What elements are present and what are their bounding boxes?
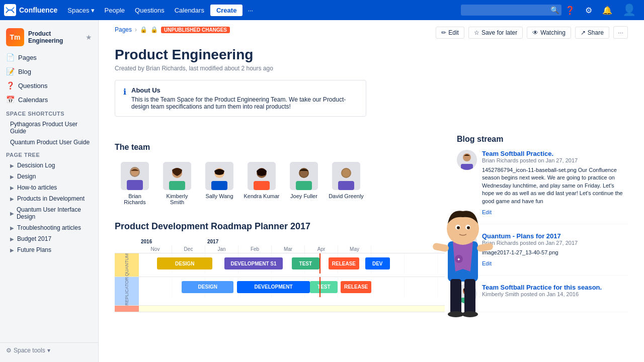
svg-rect-6 xyxy=(169,181,185,190)
tree-label: Budget 2017 xyxy=(17,235,51,242)
team-name-sally: Sally Wang xyxy=(205,193,233,199)
team-member-sally[interactable]: Sally Wang xyxy=(199,158,239,209)
tree-label: Troubleshooting articles xyxy=(17,224,81,231)
gantt-bar-release-r: RELEASE xyxy=(341,281,371,293)
blog-stream: Blog stream Team Softball Practice. xyxy=(457,135,628,320)
blog-title-1[interactable]: Team Softball Practice. xyxy=(482,150,628,157)
space-avatar: Tm xyxy=(6,28,24,46)
tree-item-design[interactable]: ▶ Design xyxy=(0,171,98,182)
today-marker xyxy=(319,253,320,274)
blog-title-3[interactable]: Team Softball Practice for this season. xyxy=(482,284,628,291)
logo-text: Confluence xyxy=(19,6,57,14)
tree-item-decision-log[interactable]: ▶ Descision Log xyxy=(0,160,98,171)
breadcrumb-separator: › xyxy=(135,26,137,33)
team-member-joey[interactable]: Joey Fuller xyxy=(284,158,324,209)
notifications-icon[interactable]: 🔔 xyxy=(598,4,616,17)
tree-arrow-icon: ▶ xyxy=(10,236,15,242)
spaces-nav-button[interactable]: Spaces ▾ xyxy=(63,5,98,16)
replicator-row-label: Replicator xyxy=(124,277,129,306)
gantt-bar-design-r: DESIGN xyxy=(182,281,233,293)
share-button[interactable]: ↗ Share xyxy=(575,27,609,39)
tree-item-troubleshooting[interactable]: ▶ Troubleshooting articles xyxy=(0,222,98,233)
tree-label: How-to articles xyxy=(17,184,57,191)
team-member-david[interactable]: David Greenly xyxy=(326,158,366,209)
breadcrumb: Pages › 🔒 🔒 UNPUBLISHED CHANGES xyxy=(115,20,230,37)
calendars-nav-button[interactable]: Calendars xyxy=(171,5,208,16)
tree-item-budget[interactable]: ▶ Budget 2017 xyxy=(0,233,98,244)
tree-arrow-icon: ▶ xyxy=(10,196,15,202)
user-avatar[interactable]: 👤 xyxy=(618,2,640,19)
team-avatar-kimberly xyxy=(163,162,191,190)
tree-label: Quantum User Interface Design xyxy=(17,206,92,220)
main-content: Pages › 🔒 🔒 UNPUBLISHED CHANGES ✏ Edit ☆… xyxy=(99,20,644,362)
tree-item-future[interactable]: ▶ Future Plans xyxy=(0,244,98,255)
save-for-later-button[interactable]: ☆ Save for later xyxy=(468,27,523,39)
watching-button[interactable]: 👁 Watching xyxy=(527,27,571,39)
sidebar-item-pages-label: Pages xyxy=(18,54,37,61)
blog-edit-1[interactable]: Edit xyxy=(482,209,492,215)
more-nav-button[interactable]: ··· xyxy=(245,5,256,16)
blog-edit-2[interactable]: Edit xyxy=(482,260,492,266)
team-member-kendra[interactable]: Kendra Kumar xyxy=(242,158,282,209)
blog-meta-1: Brian Richards posted on Jan 27, 2017 xyxy=(482,157,628,163)
tree-arrow-icon: ▶ xyxy=(10,163,15,168)
tree-arrow-icon: ▶ xyxy=(10,174,15,179)
svg-rect-23 xyxy=(461,164,473,170)
space-star-icon[interactable]: ★ xyxy=(86,33,92,41)
tree-label: Design xyxy=(17,173,36,180)
shortcut-pythagoras[interactable]: Pythagoras Product User Guide xyxy=(0,119,98,137)
logo-icon xyxy=(4,4,16,16)
blog-title-2[interactable]: Quantum - Plans for 2017 xyxy=(482,232,628,240)
shortcuts-header: SPACE SHORTCUTS xyxy=(0,107,98,119)
search-input[interactable] xyxy=(461,5,561,16)
breadcrumb-lock-icon: 🔒 xyxy=(140,26,147,33)
month-jan: Jan xyxy=(205,245,238,253)
calendars-icon: 📅 xyxy=(6,96,14,104)
more-actions-button[interactable]: ··· xyxy=(613,26,628,39)
team-member-brian[interactable]: Brian Richards xyxy=(115,158,155,209)
sidebar-item-questions[interactable]: ❓ Questions xyxy=(0,78,98,93)
team-name-kendra: Kendra Kumar xyxy=(244,193,280,199)
blog-avatar-1 xyxy=(457,150,477,170)
blog-meta-2: Brian Richards posted on Jan 27, 2017 xyxy=(482,240,628,246)
blog-excerpt-2: image2017-1-27_13-40-57.png xyxy=(482,249,628,256)
watching-label: Watching xyxy=(540,29,566,36)
space-tools-chevron-icon: ▾ xyxy=(47,347,50,354)
settings-icon[interactable]: ⚙ xyxy=(581,4,596,17)
gantt-bar-test-r: TEST xyxy=(310,281,338,293)
create-button[interactable]: Create xyxy=(210,5,243,16)
space-tools[interactable]: ⚙ Space tools ▾ xyxy=(0,342,98,358)
people-nav-button[interactable]: People xyxy=(101,5,129,16)
month-feb: Feb xyxy=(238,245,272,253)
edit-label: Edit xyxy=(448,29,459,36)
team-name-joey: Joey Fuller xyxy=(290,193,317,199)
tree-item-products[interactable]: ▶ Products in Development xyxy=(0,193,98,204)
team-member-kimberly[interactable]: Kimberly Smith xyxy=(157,158,197,209)
sidebar-item-calendars[interactable]: 📅 Calendars xyxy=(0,93,98,107)
today-marker-r xyxy=(319,277,320,297)
shortcut-quantum[interactable]: Quantum Product User Guide xyxy=(0,137,98,148)
tree-item-quantum-ui[interactable]: ▶ Quantum User Interface Design xyxy=(0,204,98,222)
questions-nav-button[interactable]: Questions xyxy=(131,5,169,16)
month-nov: Nov xyxy=(139,245,172,253)
help-icon[interactable]: ❓ xyxy=(561,4,579,17)
sidebar-item-calendars-label: Calendars xyxy=(18,96,48,104)
edit-button[interactable]: ✏ Edit xyxy=(436,27,464,39)
confluence-logo[interactable]: Confluence xyxy=(4,4,57,16)
search-container: 🔍 xyxy=(461,5,559,16)
share-label: Share xyxy=(588,29,604,36)
team-grid: Brian Richards Kimberly Smith xyxy=(115,158,445,209)
team-name-kimberly: Kimberly Smith xyxy=(159,193,195,205)
tree-label: Descision Log xyxy=(17,162,55,169)
spaces-chevron-icon: ▾ xyxy=(91,7,95,14)
info-box: ℹ About Us This is the Team Space for th… xyxy=(115,80,366,117)
page-title: Product Engineering xyxy=(115,47,628,63)
gantt-bar-devs1: DEVELOPMENT S1 xyxy=(224,257,283,269)
team-name-brian: Brian Richards xyxy=(117,193,153,205)
tree-arrow-icon: ▶ xyxy=(10,225,15,231)
tree-item-howto[interactable]: ▶ How-to articles xyxy=(0,182,98,193)
sidebar-item-pages[interactable]: 📄 Pages xyxy=(0,50,98,64)
breadcrumb-pages-link[interactable]: Pages xyxy=(115,26,132,33)
month-may: May xyxy=(338,245,371,253)
sidebar-item-blog[interactable]: 📝 Blog xyxy=(0,64,98,78)
